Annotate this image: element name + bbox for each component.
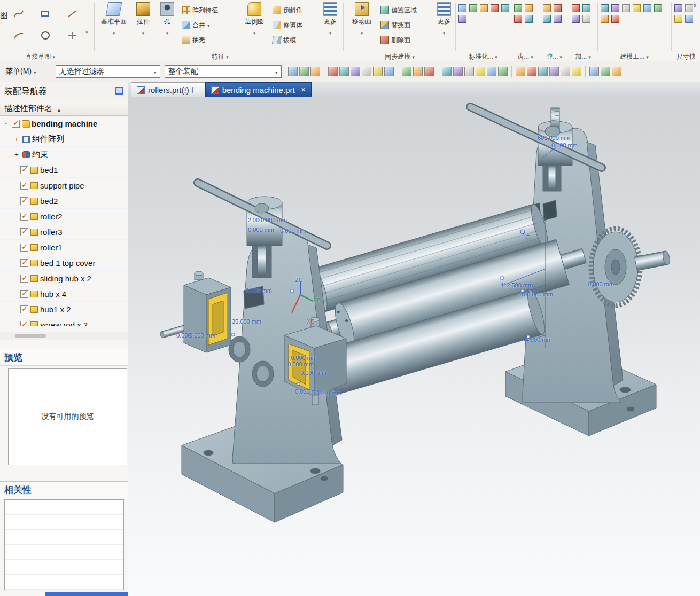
checkbox-icon[interactable] (20, 197, 28, 205)
model-check-icon[interactable] (458, 4, 466, 12)
work-view-icon[interactable] (424, 67, 434, 76)
tree-item-sliding-hub-x-2[interactable]: sliding hub x 2 (0, 271, 128, 286)
wave-link-icon[interactable] (622, 4, 630, 12)
history-icon[interactable] (643, 4, 651, 12)
end-point-icon[interactable] (549, 67, 559, 76)
chevron-down-icon[interactable] (588, 53, 591, 60)
checkbox-icon[interactable] (20, 244, 28, 252)
graphics-viewport[interactable]: 600.000 mm0.000 mm-2.0000.000 mm0.000 mm… (128, 97, 700, 596)
tree-item-组件阵列[interactable]: +组件阵列 (0, 131, 128, 147)
dimension-label[interactable]: 0.000 mm (588, 281, 614, 287)
chevron-down-icon[interactable] (412, 53, 415, 60)
checkbox-icon[interactable] (12, 120, 20, 128)
chevron-down-icon[interactable] (559, 53, 562, 60)
dimension-label[interactable]: -2.000 (246, 217, 262, 223)
dimension-label[interactable]: 0.000 mm (551, 142, 578, 148)
tree-item-support-pipe[interactable]: support pipe (0, 178, 128, 193)
offset-curve-icon[interactable] (516, 67, 525, 76)
tree-item-screw-rod-x-2[interactable]: screw rod x 2 (0, 317, 128, 326)
tree-item-bed2[interactable]: bed2 (0, 193, 128, 209)
selection-scope-dropdown[interactable]: 整个装配 (165, 65, 282, 78)
dimension-label[interactable]: 600.000 mm (538, 135, 570, 141)
expander-icon[interactable]: + (13, 151, 20, 159)
line-icon[interactable] (442, 67, 452, 76)
dimension-label[interactable]: 0.000 mm (246, 287, 272, 294)
toolbox-icon[interactable] (572, 4, 580, 12)
chevron-down-icon[interactable] (253, 27, 256, 37)
dimension-label[interactable]: 0.000 mm (300, 370, 326, 376)
tree-item-hub-x-4[interactable]: hub x 4 (0, 286, 128, 302)
paste-icon[interactable] (288, 67, 298, 76)
gear-pair-icon[interactable] (525, 4, 533, 12)
checkbox-icon[interactable] (20, 321, 28, 327)
point-icon[interactable] (498, 67, 508, 76)
navigator-column-header[interactable]: 描述性部件名 (0, 101, 128, 116)
checkbox-icon[interactable] (20, 290, 28, 298)
chevron-down-icon[interactable] (361, 27, 363, 37)
checkbox-icon[interactable] (20, 182, 28, 190)
sketch-overflow-icon[interactable] (85, 29, 88, 35)
attribute-icon[interactable] (601, 15, 609, 23)
tree-item-约束[interactable]: +约束 (0, 147, 128, 162)
checkbox-icon[interactable] (20, 259, 28, 267)
quick-dimension-icon[interactable] (674, 4, 682, 12)
arc-icon[interactable] (453, 67, 463, 76)
circle-icon[interactable] (40, 30, 51, 41)
sort-ascending-icon[interactable] (57, 104, 61, 113)
pan-icon[interactable] (351, 67, 360, 76)
fastener-icon[interactable] (582, 4, 590, 12)
dimension-label[interactable]: ZC (295, 277, 303, 283)
datum-plane-button[interactable]: 基准平面 (98, 2, 129, 47)
perspective-icon[interactable] (384, 67, 394, 76)
expander-icon[interactable]: + (13, 135, 20, 143)
circle-icon[interactable] (464, 67, 474, 76)
tab-rollers-prt[interactable]: rollers.prt(!) (131, 82, 205, 97)
menu-button[interactable]: 菜单(M) (2, 65, 40, 78)
analysis-icon[interactable] (491, 4, 499, 12)
update-icon[interactable] (633, 4, 641, 12)
hole-button[interactable]: 孔 (157, 2, 177, 47)
chevron-down-icon[interactable] (142, 27, 145, 37)
tree-item-roller1[interactable]: roller1 (0, 240, 128, 255)
dimension-edit-icon[interactable] (685, 15, 693, 23)
tab-window-icon[interactable] (192, 87, 199, 93)
chevron-down-icon[interactable] (207, 21, 210, 29)
tree-item-bed1[interactable]: bed1 (0, 162, 128, 178)
undo-icon[interactable] (299, 67, 309, 76)
compare-icon[interactable] (458, 15, 466, 23)
checkbox-icon[interactable] (20, 305, 28, 313)
intersection-point-icon[interactable] (527, 67, 536, 76)
chain-icon[interactable] (554, 15, 562, 23)
expander-icon[interactable]: - (2, 120, 10, 128)
draft-button[interactable]: 拔模 (273, 33, 296, 47)
move-face-button[interactable]: 移动面 (347, 2, 376, 47)
close-icon[interactable]: x (694, 1, 697, 9)
expressions-icon[interactable] (601, 4, 609, 12)
bearing-icon[interactable] (514, 15, 522, 23)
plus-icon[interactable] (67, 30, 77, 41)
report-icon[interactable] (480, 4, 488, 12)
sync-more-button[interactable]: 更多 (434, 2, 454, 47)
chevron-down-icon[interactable] (52, 53, 55, 60)
dimension-label[interactable]: 0.000 mm (261, 217, 287, 223)
tree-item-hub1-x-2[interactable]: hub1 x 2 (0, 302, 128, 317)
part-family-icon[interactable] (611, 4, 619, 12)
view-orient-icon[interactable] (328, 67, 338, 76)
pattern-feature-button[interactable]: 阵列特征 (182, 3, 218, 17)
shaded-with-edges-icon[interactable] (402, 67, 411, 76)
spring-icon[interactable] (543, 4, 551, 12)
scrollbar-thumb[interactable] (15, 334, 46, 338)
spline-icon[interactable] (13, 9, 24, 19)
chevron-down-icon[interactable] (531, 53, 533, 60)
dimension-label[interactable]: -4.000 mm (524, 336, 552, 343)
chevron-down-icon[interactable] (329, 27, 332, 37)
tree-item-bending-machine[interactable]: -bending machine (0, 116, 128, 131)
dimension-label[interactable]: YC (313, 297, 321, 303)
chevron-down-icon[interactable] (646, 53, 649, 60)
spline-icon[interactable] (487, 67, 496, 76)
replace-face-button[interactable]: 替换面 (380, 18, 410, 32)
feature-more-button[interactable]: 更多 (320, 2, 341, 47)
dimension-label[interactable]: 0.000 mm (280, 228, 306, 234)
checkbox-icon[interactable] (20, 275, 28, 283)
dimension-style-icon[interactable] (674, 15, 682, 23)
